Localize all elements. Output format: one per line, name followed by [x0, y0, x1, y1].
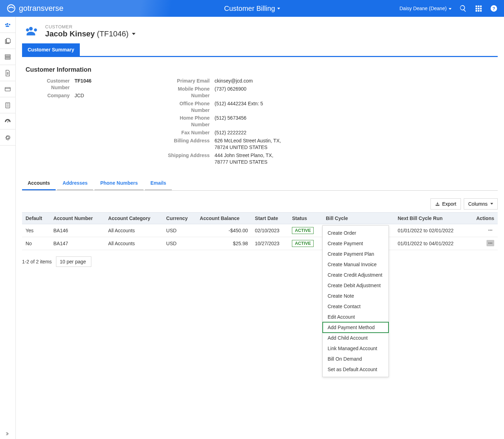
- info-row: CompanyJCD: [29, 92, 162, 100]
- app-body: CUSTOMER Jacob Kinsey (TF1046) Customer …: [0, 17, 504, 439]
- cell: USD: [163, 224, 196, 237]
- apps-grid-icon[interactable]: [475, 5, 482, 12]
- menu-item-add-child-account[interactable]: Add Child Account: [323, 333, 388, 343]
- tab-customer-summary[interactable]: Customer Summary: [22, 43, 80, 56]
- subtab-phone-numbers[interactable]: Phone Numbers: [94, 177, 143, 190]
- svg-rect-7: [6, 102, 10, 108]
- info-label: Mobile Phone Number: [162, 86, 215, 99]
- customer-info-left: Customer NumberTF1046CompanyJCD: [29, 77, 162, 166]
- cell: 10/27/2023: [251, 237, 288, 250]
- pager-summary: 1-2 of 2 items: [22, 259, 52, 264]
- info-row: Fax Number(512) 2222222: [162, 129, 281, 137]
- svg-point-9: [489, 230, 489, 231]
- sidebar-item-document[interactable]: [0, 65, 15, 81]
- row-actions-button[interactable]: [486, 227, 494, 233]
- page-header: CUSTOMER Jacob Kinsey (TF1046): [22, 22, 498, 43]
- svg-point-12: [489, 243, 489, 243]
- page-size-dropdown[interactable]: 10 per page: [56, 256, 91, 267]
- sidebar-item-customers[interactable]: [0, 17, 15, 33]
- info-value: (512) 5673456: [215, 115, 246, 128]
- sidebar-item-card[interactable]: [0, 81, 15, 97]
- brand-text: gotransverse: [19, 4, 63, 13]
- column-header[interactable]: Account Number: [50, 212, 105, 224]
- customer-number-display: (TF1046): [97, 29, 128, 38]
- sidebar-item-calculator[interactable]: [0, 97, 15, 113]
- cell: All Accounts: [105, 224, 163, 237]
- info-value: (737) 0626900: [215, 86, 246, 99]
- sidebar-item-dashboard[interactable]: [0, 113, 15, 129]
- svg-point-14: [491, 243, 492, 243]
- menu-item-set-as-default-account[interactable]: Set as Default Account: [323, 364, 388, 375]
- info-row: Primary Emailckinsey@jcd.com: [162, 77, 281, 85]
- svg-point-0: [8, 5, 15, 12]
- menu-item-edit-account[interactable]: Edit Account: [323, 312, 388, 322]
- menu-item-create-contact[interactable]: Create Contact: [323, 301, 388, 312]
- entity-label: CUSTOMER: [45, 24, 135, 29]
- cell: $25.98: [196, 237, 251, 250]
- pager: 1-2 of 2 items 10 per page: [22, 256, 498, 267]
- menu-item-create-manual-invoice[interactable]: Create Manual Invoice: [323, 259, 388, 270]
- menu-item-create-order[interactable]: Create Order: [323, 228, 388, 238]
- menu-item-create-debit-adjustment[interactable]: Create Debit Adjustment: [323, 280, 388, 291]
- menu-item-create-note[interactable]: Create Note: [323, 291, 388, 301]
- info-label: Fax Number: [162, 129, 215, 136]
- app-title: Customer Billing: [224, 5, 275, 13]
- svg-text:?: ?: [492, 6, 495, 11]
- caret-down-icon: [449, 8, 451, 10]
- cell: -$450.00: [196, 224, 251, 237]
- column-header[interactable]: Start Date: [251, 212, 288, 224]
- brand-logo[interactable]: gotransverse: [6, 3, 63, 13]
- app-header: gotransverse Customer Billing Daisy Dean…: [0, 0, 504, 17]
- caret-down-icon: [490, 203, 493, 205]
- subtab-accounts[interactable]: Accounts: [22, 177, 56, 190]
- menu-item-create-credit-adjustment[interactable]: Create Credit Adjustment: [323, 270, 388, 280]
- app-title-dropdown[interactable]: Customer Billing: [224, 5, 280, 13]
- info-value: 626 McLeod Street Austin, TX, 78724 UNIT…: [215, 137, 281, 151]
- cell-actions: [468, 237, 498, 250]
- columns-button[interactable]: Columns: [464, 198, 498, 210]
- subtab-addresses[interactable]: Addresses: [57, 177, 93, 190]
- menu-item-create-payment[interactable]: Create Payment: [323, 238, 388, 249]
- info-row: Office Phone Number(512) 4442234 Extn: 5: [162, 100, 281, 114]
- menu-item-add-payment-method[interactable]: Add Payment Method: [323, 322, 388, 333]
- column-header[interactable]: Bill Cycle: [322, 212, 394, 224]
- menu-item-create-payment-plan[interactable]: Create Payment Plan: [323, 249, 388, 259]
- info-label: Company: [29, 92, 75, 99]
- sidebar-item-settings[interactable]: [0, 129, 15, 146]
- subtab-emails[interactable]: Emails: [145, 177, 172, 190]
- header-actions: Daisy Deane (Deane) ?: [399, 5, 498, 12]
- row-actions-button[interactable]: [486, 240, 494, 246]
- column-header[interactable]: Currency: [163, 212, 196, 224]
- cell: BA146: [50, 224, 105, 237]
- export-button[interactable]: Export: [430, 198, 461, 210]
- column-header[interactable]: Account Category: [105, 212, 163, 224]
- svg-point-11: [491, 230, 492, 231]
- section-title-customer-info: Customer Information: [26, 66, 498, 73]
- table-row: NoBA147All AccountsUSD$25.9810/27/2023AC…: [22, 237, 498, 250]
- sidebar-item-servers[interactable]: [0, 49, 15, 65]
- column-header[interactable]: Account Balance: [196, 212, 251, 224]
- cell: 02/10/2023: [251, 224, 288, 237]
- svg-point-10: [490, 230, 491, 231]
- info-label: Shipping Address: [162, 152, 215, 165]
- column-header[interactable]: Actions: [468, 212, 498, 224]
- column-header[interactable]: Default: [22, 212, 50, 224]
- sidebar-item-copy[interactable]: [0, 33, 15, 49]
- page-title-dropdown[interactable]: Jacob Kinsey (TF1046): [45, 29, 135, 38]
- cell: All Accounts: [105, 237, 163, 250]
- info-value: ckinsey@jcd.com: [215, 78, 253, 84]
- menu-item-bill-on-demand[interactable]: Bill On Demand: [323, 354, 388, 364]
- info-value: 444 John Street Plano, TX, 78777 UNITED …: [215, 152, 281, 165]
- help-icon[interactable]: ?: [490, 5, 498, 12]
- info-row: Customer NumberTF1046: [29, 77, 162, 92]
- svg-point-13: [490, 243, 491, 243]
- menu-item-link-managed-account[interactable]: Link Managed Account: [323, 343, 388, 354]
- column-header[interactable]: Status: [288, 212, 322, 224]
- sidebar-expand[interactable]: [0, 429, 15, 439]
- cell: 01/01/2022 to 02/01/2022: [394, 224, 468, 237]
- cell: ACTIVE: [288, 237, 322, 250]
- user-menu[interactable]: Daisy Deane (Deane): [399, 6, 451, 11]
- search-icon[interactable]: [459, 5, 467, 12]
- column-header[interactable]: Next Bill Cycle Run: [394, 212, 468, 224]
- cell: USD: [163, 237, 196, 250]
